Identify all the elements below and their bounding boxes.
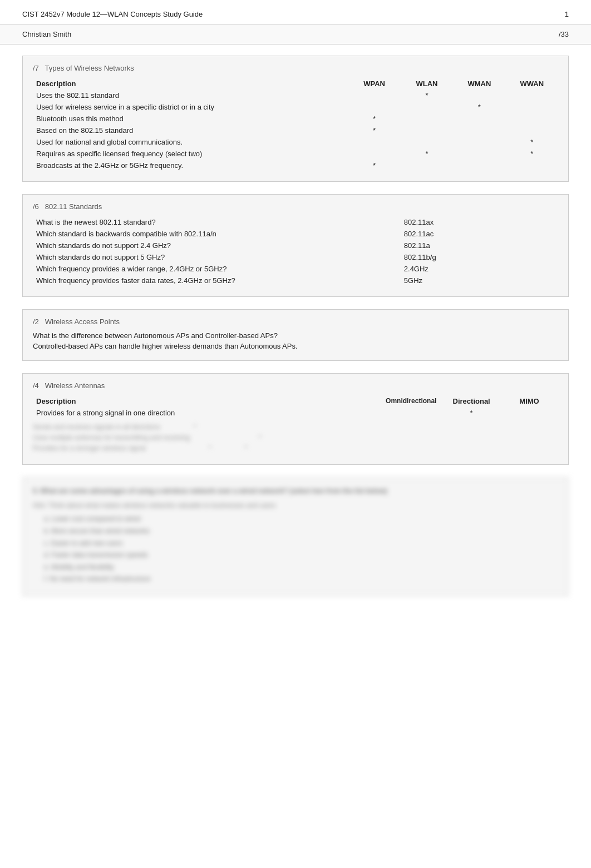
col-omni-header: Omnidirectional: [380, 395, 442, 407]
row-wman: [453, 148, 505, 160]
row-dir: *: [442, 407, 500, 419]
row-wpan: [348, 101, 400, 113]
table-row: Which frequency provides a wider range, …: [33, 263, 558, 275]
row-wlan: [401, 160, 453, 171]
row-wwan: [506, 125, 558, 136]
blurred-antenna-rows: Sends and receives signals in all direct…: [33, 422, 558, 454]
row-wlan: *: [401, 148, 453, 160]
row-answer: 802.11a: [401, 240, 558, 251]
row-wman: *: [453, 101, 505, 113]
row-wman: [453, 90, 505, 101]
table-row: Bluetooth uses this method *: [33, 113, 558, 125]
section-6-box: /6 802.11 Standards What is the newest 8…: [22, 194, 569, 297]
table-row: Requires as specific licensed frequency …: [33, 148, 558, 160]
row-question: Which frequency provides faster data rat…: [33, 275, 401, 286]
row-wlan: [401, 136, 453, 148]
row-answer: 5GHz: [401, 275, 558, 286]
row-wwan: [506, 90, 558, 101]
access-points-question: What is the difference between Autonomou…: [33, 331, 558, 340]
row-wlan: [401, 101, 453, 113]
section-2-box: /2 Wireless Access Points What is the di…: [22, 309, 569, 361]
row-wlan: [401, 113, 453, 125]
blurred-bottom-section: 5. What are some advantages of using a w…: [22, 477, 569, 596]
row-answer: 2.4GHz: [401, 263, 558, 275]
antennas-table: Description Omnidirectional Directional …: [33, 395, 558, 419]
row-wman: [453, 136, 505, 148]
row-wpan: *: [348, 125, 400, 136]
table-row: Which standards do not support 2.4 GHz? …: [33, 240, 558, 251]
row-wman: [453, 113, 505, 125]
row-desc: Bluetooth uses this method: [33, 113, 348, 125]
col-wman-header: WMAN: [453, 78, 505, 90]
row-wman: [453, 160, 505, 171]
section-7-title: /7 Types of Wireless Networks: [33, 64, 558, 72]
row-desc: Broadcasts at the 2.4GHz or 5GHz frequen…: [33, 160, 348, 171]
section-4-box: /4 Wireless Antennas Description Omnidir…: [22, 373, 569, 465]
table-row: Broadcasts at the 2.4GHz or 5GHz frequen…: [33, 160, 558, 171]
row-wwan: *: [506, 148, 558, 160]
table-row: Which standard is backwards compatible w…: [33, 228, 558, 240]
row-omni: [380, 407, 442, 419]
row-wlan: [401, 125, 453, 136]
table-row: Provides for a strong signal in one dire…: [33, 407, 558, 419]
main-content: /7 Types of Wireless Networks Descriptio…: [0, 44, 591, 619]
student-row: Christian Smith /33: [0, 24, 591, 44]
row-question: Which standards do not support 2.4 GHz?: [33, 240, 401, 251]
row-wpan: *: [348, 160, 400, 171]
section-7-box: /7 Types of Wireless Networks Descriptio…: [22, 56, 569, 182]
row-desc: Used for national and global communicati…: [33, 136, 348, 148]
row-desc: Provides for a strong signal in one dire…: [33, 407, 380, 419]
row-answer: 802.11ax: [401, 216, 558, 228]
row-question: Which frequency provides a wider range, …: [33, 263, 401, 275]
table-row: Uses the 802.11 standard *: [33, 90, 558, 101]
col-wlan-header: WLAN: [401, 78, 453, 90]
row-wpan: *: [348, 113, 400, 125]
col-description-header: Description: [33, 78, 348, 90]
table-row: Which frequency provides faster data rat…: [33, 275, 558, 286]
row-wpan: [348, 136, 400, 148]
section-4-title: /4 Wireless Antennas: [33, 381, 558, 390]
wireless-networks-table: Description WPAN WLAN WMAN WWAN Uses the…: [33, 78, 558, 171]
row-wpan: [348, 148, 400, 160]
row-mimo: [500, 407, 558, 419]
col-dir-header: Directional: [442, 395, 500, 407]
row-wman: [453, 125, 505, 136]
row-wwan: [506, 101, 558, 113]
row-answer: 802.11b/g: [401, 251, 558, 263]
section-6-title: /6 802.11 Standards: [33, 202, 558, 211]
row-question: Which standard is backwards compatible w…: [33, 228, 401, 240]
page-number: 1: [565, 10, 569, 18]
table-row: What is the newest 802.11 standard? 802.…: [33, 216, 558, 228]
col-mimo-header: MIMO: [500, 395, 558, 407]
row-desc: Requires as specific licensed frequency …: [33, 148, 348, 160]
document-title: CIST 2452v7 Module 12—WLAN Concepts Stud…: [22, 10, 203, 18]
row-question: Which standards do not support 5 GHz?: [33, 251, 401, 263]
antennas-desc-header: Description: [33, 395, 380, 407]
access-points-answer: Controlled-based APs can handle higher w…: [33, 342, 558, 350]
page-header: CIST 2452v7 Module 12—WLAN Concepts Stud…: [0, 0, 591, 24]
row-wwan: [506, 113, 558, 125]
row-wpan: [348, 90, 400, 101]
blurred-content: 5. What are some advantages of using a w…: [33, 485, 558, 586]
row-answer: 802.11ac: [401, 228, 558, 240]
table-row: Used for national and global communicati…: [33, 136, 558, 148]
row-wlan: *: [401, 90, 453, 101]
standards-table: What is the newest 802.11 standard? 802.…: [33, 216, 558, 286]
row-desc: Based on the 802.15 standard: [33, 125, 348, 136]
col-wwan-header: WWAN: [506, 78, 558, 90]
row-desc: Used for wireless service in a specific …: [33, 101, 348, 113]
row-question: What is the newest 802.11 standard?: [33, 216, 401, 228]
row-wwan: *: [506, 136, 558, 148]
row-desc: Uses the 802.11 standard: [33, 90, 348, 101]
row-wwan: [506, 160, 558, 171]
table-row: Used for wireless service in a specific …: [33, 101, 558, 113]
table-row: Which standards do not support 5 GHz? 80…: [33, 251, 558, 263]
student-score: /33: [559, 30, 569, 38]
col-wpan-header: WPAN: [348, 78, 400, 90]
table-row: Based on the 802.15 standard *: [33, 125, 558, 136]
student-name: Christian Smith: [22, 30, 71, 38]
section-2-title: /2 Wireless Access Points: [33, 318, 558, 326]
